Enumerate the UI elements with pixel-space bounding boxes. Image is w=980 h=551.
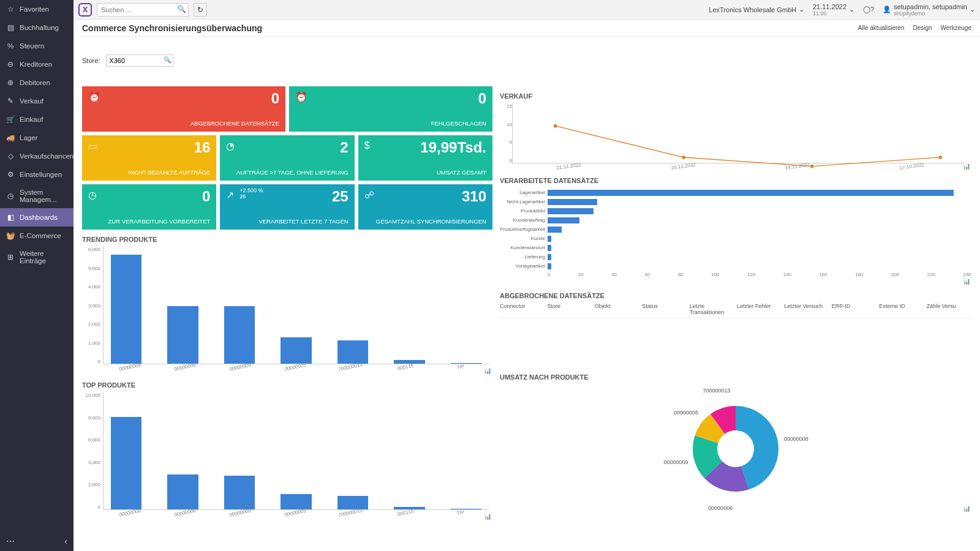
star-icon: ☆ <box>6 5 15 13</box>
sidebar-item-9[interactable]: ⚙Einstellungen <box>0 165 74 184</box>
help-button[interactable]: ◯? <box>863 6 874 13</box>
bar <box>167 474 198 509</box>
left-column: ⏰0ABGEBROCHENE DATENSÄTZE⏰0FEHLGESCHLAGE… <box>82 86 492 546</box>
sidebar-item-8[interactable]: ◇Verkaufschancen <box>0 147 74 165</box>
kpi-card-7[interactable]: ☍310GESAMTZAHL SYNCHRONISIERUNGEN <box>358 184 492 230</box>
trending-title: TRENDING PRODUKTE <box>82 236 492 243</box>
chevron-down-icon: ⌄ <box>849 6 854 13</box>
sidebar-item-3[interactable]: ⊖Kreditoren <box>0 55 74 73</box>
alarm-icon: ⏰ <box>295 91 486 103</box>
company-selector[interactable]: LexTronics Wholesale GmbH⌄ <box>709 6 804 13</box>
processed-chart: LagerartikelNicht-LagerartikelProduktbil… <box>500 188 971 286</box>
bar <box>111 417 141 509</box>
col-header[interactable]: Status <box>642 303 687 315</box>
pie-label: 00000005 <box>674 410 698 416</box>
col-header[interactable]: Zähle Versu <box>927 303 971 315</box>
logo: X <box>78 3 92 17</box>
sidebar-item-label: Lager <box>20 134 37 141</box>
search-icon[interactable]: 🔍 <box>164 56 171 63</box>
sidebar-item-2[interactable]: %Steuern <box>0 37 74 55</box>
pie-label: 00000009 <box>663 459 688 465</box>
col-header[interactable]: Externe ID <box>879 303 924 315</box>
sidebar-item-12[interactable]: 🧺E-Commerce <box>0 227 74 245</box>
hbar-label: Nicht-Lagerartikel <box>500 199 545 204</box>
kpi-card-5[interactable]: ◷0ZUR VERARBEITUNG VORBEREITET <box>82 184 216 230</box>
date-selector[interactable]: 21.11.202211:00 ⌄ <box>813 3 854 17</box>
kpi-cards: ⏰0ABGEBROCHENE DATENSÄTZE⏰0FEHLGESCHLAGE… <box>82 86 492 230</box>
hbar <box>548 236 551 242</box>
kpi-card-3[interactable]: ◔2AUFTRÄGE >7 TAGE, OHNE LIEFERUNG <box>220 135 354 181</box>
col-header[interactable]: Letzter Versuch <box>784 303 829 315</box>
store-label: Store: <box>82 57 100 64</box>
chart-export-icon[interactable]: 📊 <box>963 505 970 512</box>
sidebar-item-label: Verkauf <box>20 97 43 105</box>
sidebar: ☆Favoriten▤Buchhaltung%Steuern⊖Kreditore… <box>0 0 74 551</box>
page-title: Commerce Synchronisierungsüberwachung <box>82 23 262 33</box>
verkauf-title: VERKAUF <box>500 92 971 100</box>
hbar-label: Produktbild <box>500 208 545 214</box>
book-icon: ▤ <box>6 23 15 32</box>
gauge-icon: ◷ <box>88 189 210 201</box>
svg-point-0 <box>554 124 557 128</box>
basket-icon: 🧺 <box>6 231 15 240</box>
sidebar-item-6[interactable]: 🛒Einkauf <box>0 110 74 129</box>
sidebar-item-13[interactable]: ⊞Weitere Einträge <box>0 245 74 269</box>
refresh-button[interactable]: ↻ <box>194 3 207 17</box>
kpi-label: UMSATZ GESAMT <box>364 169 486 176</box>
action-0[interactable]: Alle aktualisieren <box>858 24 905 31</box>
chart-export-icon[interactable]: 📊 <box>484 367 491 374</box>
search-input[interactable] <box>97 3 189 17</box>
sidebar-item-5[interactable]: ✎Verkauf <box>0 92 74 110</box>
bar <box>111 255 141 364</box>
hbar <box>548 263 551 269</box>
kpi-card-0[interactable]: ⏰0ABGEBROCHENE DATENSÄTZE <box>82 86 285 132</box>
sidebar-item-label: Verkaufschancen <box>20 152 74 160</box>
search-icon[interactable]: 🔍 <box>177 5 186 13</box>
alarm-icon: ⏰ <box>88 91 279 103</box>
chart-export-icon[interactable]: 📊 <box>963 163 970 170</box>
collapse-icon[interactable]: ‹ <box>64 536 67 546</box>
more-icon[interactable]: ⋯ <box>6 536 15 546</box>
action-2[interactable]: Werkzeuge <box>941 24 971 31</box>
search-wrap: 🔍 <box>97 3 189 17</box>
col-header[interactable]: Objekt <box>595 303 639 315</box>
sidebar-item-4[interactable]: ⊕Debitoren <box>0 73 74 92</box>
user-menu[interactable]: 👤 setupadmin, setupadminshopifydemo ⌄ <box>883 3 975 17</box>
trending-chart: 6,0005,0004,0003,0002,0001,0000000000080… <box>82 247 492 375</box>
action-1[interactable]: Design <box>913 24 932 31</box>
chart-export-icon[interactable]: 📊 <box>484 513 491 520</box>
processed-title: VERARBEITETE DATENSÄTZE <box>500 177 971 184</box>
sidebar-item-10[interactable]: ◷System Managem... <box>0 184 74 208</box>
chart-export-icon[interactable]: 📊 <box>963 278 970 285</box>
sidebar-item-1[interactable]: ▤Buchhaltung <box>0 18 74 37</box>
col-header[interactable]: Connector <box>500 303 545 315</box>
sidebar-item-7[interactable]: 🚚Lager <box>0 129 74 147</box>
kpi-card-2[interactable]: ▭16NICHT BEZAHLTE AUFTRÄGE <box>82 135 216 181</box>
col-header[interactable]: Store <box>547 303 592 315</box>
kpi-value: 2 <box>340 139 348 156</box>
kpi-card-6[interactable]: ↗+2.500 %2625VERARBEITET LETZTE 7 TAGEN <box>220 184 354 230</box>
hbar <box>548 227 562 233</box>
sidebar-item-label: Einstellungen <box>20 171 62 178</box>
gauge-icon: ◷ <box>6 192 15 200</box>
col-header[interactable]: Letzte Transaktionen <box>690 303 734 315</box>
sidebar-item-label: Favoriten <box>20 6 49 13</box>
top-title: TOP PRODUKTE <box>82 381 492 389</box>
col-header[interactable]: Letzter Fehler <box>737 303 782 315</box>
sidebar-item-label: Dashboards <box>20 214 58 221</box>
dashboard-icon: ◧ <box>6 213 15 222</box>
kpi-value: 16 <box>194 139 211 156</box>
sidebar-item-0[interactable]: ☆Favoriten <box>0 0 74 18</box>
col-header[interactable]: ERP-ID <box>832 303 876 315</box>
sidebar-item-11[interactable]: ◧Dashboards <box>0 208 74 227</box>
kpi-card-4[interactable]: $19,99Tsd.UMSATZ GESAMT <box>358 135 492 181</box>
help-icon: ◯? <box>863 6 874 13</box>
grid-icon: ⊞ <box>6 253 15 261</box>
clock-icon: ◔ <box>226 140 348 152</box>
sidebar-item-label: Steuern <box>20 42 44 50</box>
minus-circle-icon: ⊖ <box>6 60 15 69</box>
pie-label: 700000013 <box>703 388 731 394</box>
bar <box>167 306 198 364</box>
kpi-card-1[interactable]: ⏰0FEHLGESCHLAGEN <box>289 86 492 132</box>
kpi-sub: +2.500 %26 <box>239 188 263 200</box>
